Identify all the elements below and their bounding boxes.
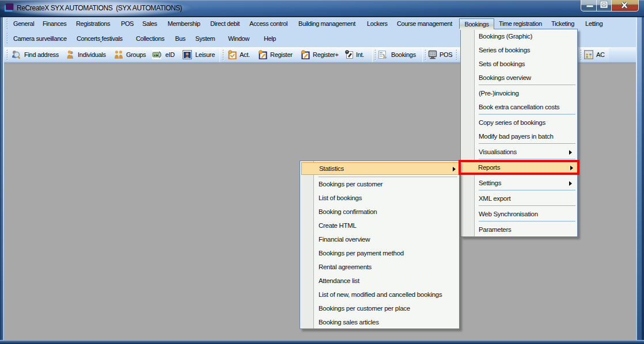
svg-text:1,: 1, bbox=[383, 53, 387, 59]
svg-text:e►: e► bbox=[154, 53, 159, 57]
